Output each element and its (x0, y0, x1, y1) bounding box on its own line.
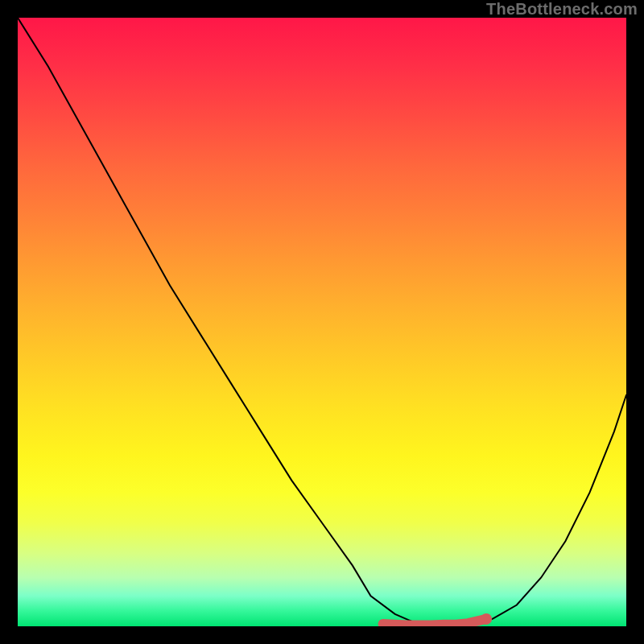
curve-layer (18, 18, 626, 626)
optimal-range-stroke (383, 619, 486, 625)
watermark-text: TheBottleneck.com (486, 0, 638, 19)
optimal-range-end-dot (481, 613, 492, 625)
chart-frame: TheBottleneck.com (0, 0, 644, 644)
plot-area (18, 18, 626, 626)
bottleneck-curve (18, 18, 626, 625)
